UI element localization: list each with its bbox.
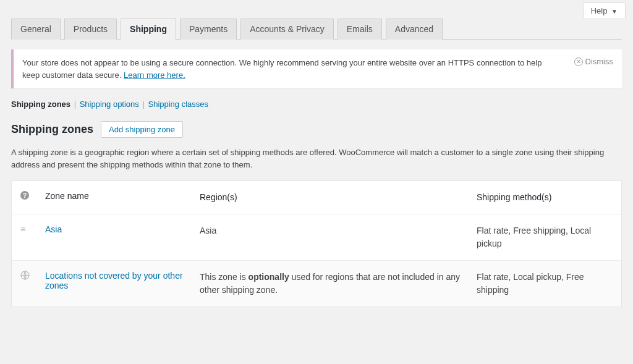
icon-col: [20, 271, 45, 282]
add-shipping-zone-button[interactable]: Add shipping zone: [101, 121, 183, 138]
header-icon-col: ?: [20, 191, 45, 200]
drag-handle-col[interactable]: ≡: [20, 224, 45, 234]
zone-region-cell: This zone is optionally used for regions…: [200, 271, 477, 297]
zone-name-cell: Locations not covered by your other zone…: [45, 271, 200, 290]
zone-link-uncovered[interactable]: Locations not covered by your other zone…: [45, 271, 183, 290]
notice-text: Your store does not appear to be using a…: [22, 57, 560, 81]
tab-products[interactable]: Products: [64, 19, 117, 40]
tabs: General Products Shipping Payments Accou…: [11, 19, 622, 39]
zone-region-cell: Asia: [200, 224, 477, 237]
security-notice: Your store does not appear to be using a…: [11, 49, 622, 88]
subnav: Shipping zones | Shipping options | Ship…: [11, 99, 622, 109]
tab-accounts-privacy[interactable]: Accounts & Privacy: [240, 19, 334, 40]
page-heading: Shipping zones Add shipping zone: [11, 121, 622, 138]
subnav-shipping-options[interactable]: Shipping options: [80, 99, 139, 109]
tab-shipping[interactable]: Shipping: [121, 19, 176, 40]
header-shipping-methods: Shipping method(s): [477, 191, 613, 204]
separator: |: [142, 99, 144, 109]
header-zone-name: Zone name: [45, 191, 200, 201]
table-row: ≡ Asia Asia Flat rate, Free shipping, Lo…: [12, 214, 621, 261]
region-text-strong: optionally: [249, 272, 289, 282]
help-button[interactable]: Help ▼: [583, 2, 626, 19]
notice-link[interactable]: Learn more here.: [124, 70, 185, 80]
table-row: Locations not covered by your other zone…: [12, 261, 621, 307]
caret-down-icon: ▼: [611, 8, 618, 15]
dismiss-label: Dismiss: [585, 57, 614, 66]
page-title: Shipping zones: [11, 123, 93, 136]
close-icon: ✕: [574, 57, 583, 66]
drag-icon: ≡: [20, 224, 26, 234]
region-text-pre: This zone is: [200, 272, 249, 282]
help-icon[interactable]: ?: [20, 191, 29, 200]
zone-link-asia[interactable]: Asia: [45, 224, 62, 234]
tab-emails[interactable]: Emails: [338, 19, 382, 40]
dismiss-button[interactable]: ✕ Dismiss: [574, 57, 614, 66]
notice-message: Your store does not appear to be using a…: [22, 58, 542, 80]
zone-name-cell: Asia: [45, 224, 200, 234]
subnav-shipping-classes[interactable]: Shipping classes: [148, 99, 208, 109]
tab-general[interactable]: General: [11, 19, 61, 40]
shipping-zones-table: ? Zone name Region(s) Shipping method(s)…: [11, 180, 622, 307]
subnav-shipping-zones[interactable]: Shipping zones: [11, 99, 70, 109]
header-regions: Region(s): [200, 191, 477, 204]
zone-method-cell: Flat rate, Free shipping, Local pickup: [477, 224, 613, 250]
table-header-row: ? Zone name Region(s) Shipping method(s): [12, 181, 621, 214]
tab-payments[interactable]: Payments: [180, 19, 237, 40]
globe-icon: [20, 271, 30, 282]
page-description: A shipping zone is a geographic region w…: [11, 146, 622, 171]
separator: |: [74, 99, 76, 109]
tab-advanced[interactable]: Advanced: [386, 19, 443, 40]
tabs-wrapper: General Products Shipping Payments Accou…: [11, 19, 622, 40]
zone-method-cell: Flat rate, Local pickup, Free shipping: [477, 271, 613, 297]
help-label: Help: [591, 6, 608, 15]
